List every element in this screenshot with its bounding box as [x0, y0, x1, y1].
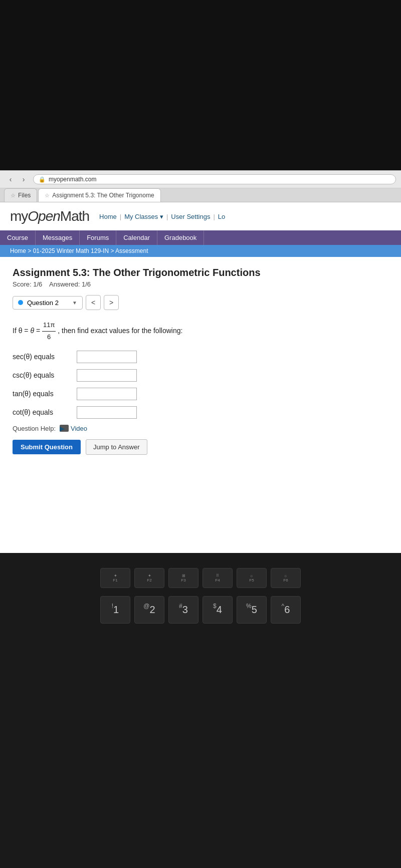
lock-icon: 🔒: [39, 176, 46, 183]
tab-assignment[interactable]: ☆ Assignment 5.3: The Other Trigonome: [38, 188, 160, 202]
key-1[interactable]: ! 1: [100, 596, 130, 624]
answer-row-sec: sec(θ) equals: [13, 351, 388, 363]
question-dropdown[interactable]: Question 2 ▼: [13, 296, 83, 310]
score-text: Score: 1/6: [13, 280, 42, 288]
number-key-row: ! 1 @ 2 # 3 $ 4 % 5 ^ 6: [100, 596, 301, 624]
nav-buttons: ‹ ›: [5, 174, 29, 185]
tab-assignment-label: Assignment 5.3: The Other Trigonome: [52, 192, 154, 199]
math-fraction: 11π 6: [42, 320, 56, 343]
browser-window: ‹ › 🔒 myopenmath.com ☆ Files ☆ Assignmen…: [0, 170, 401, 553]
site-nav-links: Home | My Classes ▾ | User Settings | Lo: [99, 213, 225, 220]
video-icon: ▶: [60, 425, 69, 432]
key-6[interactable]: ^ 6: [271, 596, 301, 624]
nav-gradebook[interactable]: Gradebook: [157, 230, 204, 245]
answer-row-cot: cot(θ) equals: [13, 406, 388, 419]
nav-forward-button[interactable]: ›: [18, 174, 29, 185]
video-label: Video: [71, 425, 87, 432]
question-intro: If θ =: [13, 327, 29, 335]
question-text: If θ = θ = 11π 6 , then find exact value…: [13, 320, 388, 343]
site-content: myOpenMath Home | My Classes ▾ | User Se…: [0, 202, 401, 553]
key-f3[interactable]: ⊞ F3: [168, 568, 198, 588]
url-text: myopenmath.com: [49, 176, 96, 183]
star-icon-files: ☆: [11, 192, 16, 199]
question-dot: [18, 300, 23, 305]
sec-label: sec(θ) equals: [13, 353, 73, 361]
question-intro-end: , then find exact values for the followi…: [58, 327, 182, 335]
nav-back-button[interactable]: ‹: [5, 174, 16, 185]
jump-to-answer-button[interactable]: Jump to Answer: [86, 439, 147, 455]
question-content: If θ = θ = 11π 6 , then find exact value…: [13, 320, 388, 455]
answer-row-tan: tan(θ) equals: [13, 388, 388, 400]
cot-input[interactable]: [77, 406, 137, 419]
nav-calendar[interactable]: Calendar: [116, 230, 157, 245]
fraction-numerator: 11π: [42, 320, 56, 332]
nav-logout-link[interactable]: Lo: [218, 213, 225, 220]
nav-separator-2: |: [166, 213, 168, 220]
key-f1[interactable]: ✦ F1: [100, 568, 130, 588]
nav-separator-1: |: [120, 213, 121, 220]
nav-myclasses-link[interactable]: My Classes ▾: [124, 213, 163, 220]
key-f4[interactable]: ⠿ F4: [203, 568, 233, 588]
assignment-area: Assignment 5.3: The Other Trigonometric …: [0, 257, 401, 475]
nav-messages[interactable]: Messages: [36, 230, 80, 245]
key-2[interactable]: @ 2: [134, 596, 164, 624]
key-5[interactable]: % 5: [237, 596, 267, 624]
tan-label: tan(θ) equals: [13, 390, 73, 398]
keyboard-area: ✦ F1 ✦ F2 ⊞ F3 ⠿ F4 ☼ F5 ☼ F6 ! 1 @: [0, 553, 401, 868]
top-nav-bar: Course Messages Forums Calendar Gradeboo…: [0, 230, 401, 245]
sec-input[interactable]: [77, 351, 137, 363]
key-4[interactable]: $ 4: [203, 596, 233, 624]
tab-files[interactable]: ☆ Files: [4, 188, 37, 202]
breadcrumb: Home > 01-2025 Winter Math 129-IN > Asse…: [0, 245, 401, 257]
key-f5[interactable]: ☼ F5: [237, 568, 267, 588]
fn-key-row: ✦ F1 ✦ F2 ⊞ F3 ⠿ F4 ☼ F5 ☼ F6: [100, 568, 301, 588]
site-logo: myOpenMath: [10, 208, 89, 224]
help-label: Question Help:: [13, 425, 56, 432]
nav-separator-3: |: [213, 213, 215, 220]
address-bar[interactable]: 🔒 myopenmath.com: [33, 174, 396, 184]
theta-symbol: θ: [30, 327, 36, 335]
answer-row-csc: csc(θ) equals: [13, 369, 388, 382]
key-f2[interactable]: ✦ F2: [134, 568, 164, 588]
csc-input[interactable]: [77, 369, 137, 382]
submit-question-button[interactable]: Submit Question: [13, 440, 81, 454]
tab-files-label: Files: [18, 192, 31, 199]
key-f6[interactable]: ☼ F6: [271, 568, 301, 588]
question-prev-button[interactable]: <: [86, 295, 101, 310]
question-help: Question Help: ▶ Video: [13, 425, 388, 432]
nav-course[interactable]: Course: [0, 230, 36, 245]
equals-symbol: =: [36, 327, 40, 335]
chevron-down-icon: ▼: [72, 300, 77, 306]
fraction-denominator: 6: [42, 332, 56, 343]
cot-label: cot(θ) equals: [13, 408, 73, 416]
button-row: Submit Question Jump to Answer: [13, 439, 388, 455]
csc-label: csc(θ) equals: [13, 371, 73, 379]
nav-forums[interactable]: Forums: [80, 230, 116, 245]
assignment-title: Assignment 5.3: The Other Trigonometric …: [13, 267, 388, 278]
desktop-background: [0, 0, 401, 170]
question-next-button[interactable]: >: [104, 295, 119, 310]
browser-toolbar: ‹ › 🔒 myopenmath.com: [0, 171, 401, 188]
question-dropdown-label: Question 2: [27, 299, 59, 307]
assignment-score: Score: 1/6 Answered: 1/6: [13, 280, 388, 288]
nav-usersettings-link[interactable]: User Settings: [171, 213, 210, 220]
tab-bar: ☆ Files ☆ Assignment 5.3: The Other Trig…: [0, 188, 401, 202]
star-icon-assignment: ☆: [45, 192, 50, 199]
nav-home-link[interactable]: Home: [99, 213, 117, 220]
question-selector: Question 2 ▼ < >: [13, 295, 388, 310]
answered-text: Answered: 1/6: [49, 280, 91, 288]
breadcrumb-text: Home > 01-2025 Winter Math 129-IN > Asse…: [10, 247, 148, 254]
key-3[interactable]: # 3: [168, 596, 198, 624]
video-link[interactable]: ▶ Video: [60, 425, 87, 432]
tan-input[interactable]: [77, 388, 137, 400]
site-header: myOpenMath Home | My Classes ▾ | User Se…: [0, 202, 401, 230]
